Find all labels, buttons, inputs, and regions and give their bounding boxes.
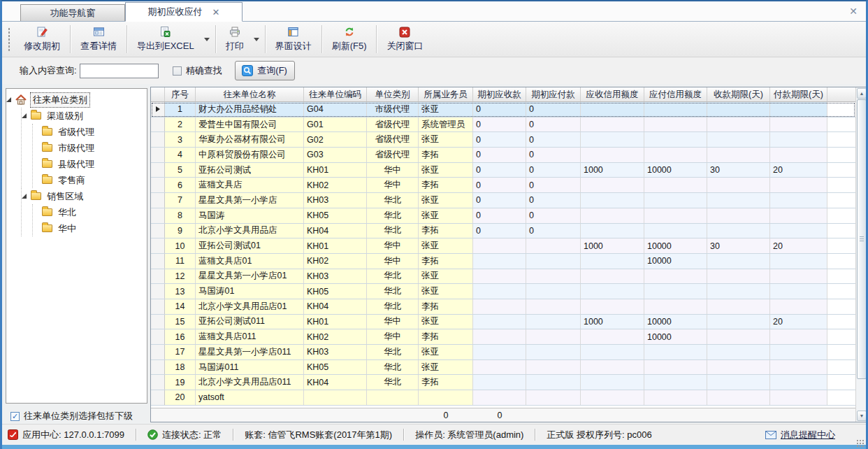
- grid-cell[interactable]: 0: [526, 132, 581, 147]
- grid-cell[interactable]: KH05: [304, 284, 367, 299]
- grid-cell[interactable]: [526, 345, 581, 359]
- grid-cell[interactable]: [707, 345, 770, 359]
- grid-cell[interactable]: 中原科贸股份有限公司: [196, 148, 304, 162]
- grid-cell[interactable]: 李拓: [419, 299, 473, 314]
- grid-cell[interactable]: KH02: [304, 178, 367, 192]
- grid-cell[interactable]: 30: [707, 163, 770, 178]
- table-row[interactable]: 4中原科贸股份有限公司G03省级代理李拓00: [151, 148, 855, 163]
- search-input[interactable]: [80, 64, 159, 78]
- grid-cell[interactable]: 20: [165, 390, 196, 405]
- grid-cell[interactable]: 0: [473, 224, 526, 238]
- grid-cell[interactable]: 马国涛01: [196, 284, 304, 299]
- grid-cell[interactable]: [473, 254, 526, 269]
- grid-cell[interactable]: 华中: [367, 315, 419, 329]
- grid-cell[interactable]: 张亚: [419, 102, 473, 117]
- grid-column-header-3[interactable]: 单位类别: [367, 87, 419, 101]
- table-row[interactable]: 18马国涛011KH05华北张亚: [151, 360, 855, 376]
- grid-cell[interactable]: KH01: [304, 315, 367, 329]
- grid-cell[interactable]: 1000: [581, 163, 644, 178]
- grid-cell[interactable]: 张亚: [419, 360, 473, 375]
- grid-cell[interactable]: [644, 208, 707, 223]
- grid-cell[interactable]: 19: [165, 375, 196, 390]
- grid-cell[interactable]: [644, 375, 707, 390]
- grid-cell[interactable]: 北京小学文具用品店01: [196, 299, 304, 314]
- grid-cell[interactable]: [526, 238, 581, 253]
- grid-cell[interactable]: [644, 269, 707, 284]
- grid-cell[interactable]: [526, 315, 581, 329]
- tree-item-1-1[interactable]: 华中: [33, 220, 147, 236]
- grid-cell[interactable]: 12: [165, 269, 196, 284]
- scroll-up-icon[interactable]: ▲: [857, 88, 867, 99]
- grid-cell[interactable]: [526, 299, 581, 314]
- table-row[interactable]: 19北京小学文具用品店011KH04华北李拓: [151, 375, 855, 390]
- row-indicator[interactable]: [151, 329, 165, 344]
- grid-cell[interactable]: 华北: [367, 375, 419, 390]
- grid-column-header-6[interactable]: 期初应付款: [526, 87, 581, 101]
- row-indicator[interactable]: [151, 269, 165, 284]
- grid-cell[interactable]: 0: [473, 132, 526, 147]
- grid-cell[interactable]: 20: [770, 238, 827, 253]
- grid-cell[interactable]: 张亚: [419, 315, 473, 329]
- grid-cell[interactable]: [644, 102, 707, 117]
- row-indicator[interactable]: [151, 148, 165, 162]
- grid-cell[interactable]: 16: [165, 329, 196, 344]
- grid-cell[interactable]: 亚拓公司测试: [196, 163, 304, 178]
- grid-cell[interactable]: [526, 375, 581, 390]
- grid-cell[interactable]: [644, 284, 707, 299]
- grid-cell[interactable]: 蓝猫文具店: [196, 178, 304, 192]
- grid-cell[interactable]: [770, 299, 827, 314]
- grid-cell[interactable]: G03: [304, 148, 367, 162]
- grid-cell[interactable]: 李拓: [419, 375, 473, 390]
- row-indicator[interactable]: [151, 390, 165, 405]
- grid-cell[interactable]: [707, 224, 770, 238]
- table-row[interactable]: 3华夏办公器材有限公司G02省级代理张亚00: [151, 132, 855, 148]
- row-indicator[interactable]: [151, 224, 165, 238]
- row-indicator[interactable]: [151, 132, 165, 147]
- grid-cell[interactable]: [581, 117, 644, 132]
- grid-cell[interactable]: 华北: [367, 284, 419, 299]
- toolbar-button-view-details[interactable]: 查看详情: [71, 22, 126, 57]
- grid-cell[interactable]: [473, 315, 526, 329]
- grid-cell[interactable]: 8: [165, 208, 196, 223]
- scrollbar-thumb[interactable]: [857, 99, 867, 379]
- grid-cell[interactable]: [770, 360, 827, 375]
- grid-cell[interactable]: 马国涛: [196, 208, 304, 223]
- grid-cell[interactable]: [770, 102, 827, 117]
- grid-cell[interactable]: 财大办公用品经销处: [196, 102, 304, 117]
- grid-cell[interactable]: [644, 299, 707, 314]
- grid-cell[interactable]: [581, 224, 644, 238]
- tree-item-0-3[interactable]: 零售商: [33, 172, 147, 188]
- grid-cell[interactable]: 20: [770, 163, 827, 178]
- grid-cell[interactable]: 15: [165, 315, 196, 329]
- grid-cell[interactable]: [644, 360, 707, 375]
- tree-group-0[interactable]: 渠道级别: [22, 108, 147, 124]
- grid-column-header-1[interactable]: 往来单位名称: [196, 87, 304, 101]
- grid-cell[interactable]: [526, 269, 581, 284]
- grid-cell[interactable]: [707, 132, 770, 147]
- grid-cell[interactable]: 0: [473, 178, 526, 192]
- tree-expander-icon[interactable]: [6, 97, 11, 102]
- grid-cell[interactable]: 星星文具第一小学店011: [196, 345, 304, 359]
- grid-cell[interactable]: [473, 238, 526, 253]
- grid-cell[interactable]: 亚拓公司测试01: [196, 238, 304, 253]
- grid-cell[interactable]: 0: [526, 102, 581, 117]
- tree-expander-icon[interactable]: [22, 194, 27, 199]
- grid-cell[interactable]: 华中: [367, 329, 419, 344]
- grid-cell[interactable]: [581, 269, 644, 284]
- grid-cell[interactable]: G02: [304, 132, 367, 147]
- grid-cell[interactable]: 0: [526, 178, 581, 192]
- grid-cell[interactable]: [770, 117, 827, 132]
- grid-cell[interactable]: KH03: [304, 345, 367, 359]
- table-row[interactable]: 9北京小学文具用品店KH04华北李拓00: [151, 224, 855, 239]
- tab-nav-window[interactable]: 功能导航窗: [20, 4, 125, 21]
- grid-cell[interactable]: [526, 254, 581, 269]
- grid-cell[interactable]: 华北: [367, 345, 419, 359]
- toolbar-button-close-window[interactable]: 关闭窗口: [377, 22, 432, 57]
- grid-cell[interactable]: [770, 284, 827, 299]
- grid-cell[interactable]: [770, 148, 827, 162]
- grid-cell[interactable]: 马国涛011: [196, 360, 304, 375]
- grid-cell[interactable]: 0: [473, 102, 526, 117]
- grid-cell[interactable]: [707, 148, 770, 162]
- grid-cell[interactable]: [526, 390, 581, 405]
- table-row[interactable]: 15亚拓公司测试011KH01华中张亚10001000020: [151, 315, 855, 330]
